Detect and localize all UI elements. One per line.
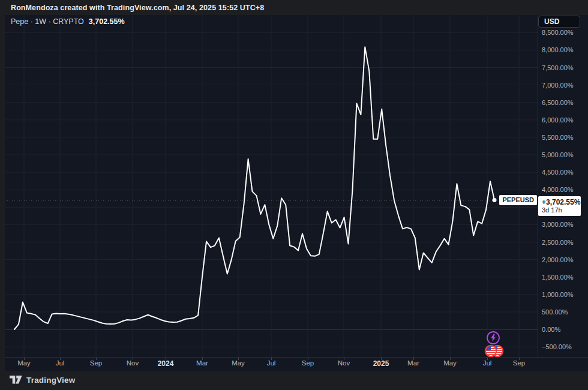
x-axis-label: May	[232, 359, 245, 367]
x-axis-label: Mar	[196, 359, 208, 367]
y-axis-label: 3,000.00%	[542, 221, 574, 228]
tradingview-logo-icon	[10, 375, 22, 385]
y-axis-label: 7,500.00%	[542, 64, 574, 71]
y-axis-label: 0.00%	[542, 326, 560, 333]
tradingview-logo-text: TradingView	[26, 376, 75, 385]
last-price-change: +3,702.55%	[542, 198, 581, 206]
y-axis-label: 1,000.00%	[542, 291, 574, 298]
y-axis-label: 7,000.00%	[542, 82, 574, 89]
y-axis-label: 4,000.00%	[542, 186, 574, 193]
last-price-axis-label: +3,702.55% 3d 17h	[538, 196, 581, 216]
x-axis-label: May	[17, 359, 31, 367]
bar-countdown: 3d 17h	[542, 206, 581, 214]
x-axis-label: Jul	[56, 359, 65, 367]
symbol-legend-title: Pepe · 1W · CRYPTO	[11, 17, 84, 26]
y-axis-label: 1,500.00%	[542, 274, 574, 281]
x-axis-label: Nov	[127, 359, 139, 367]
last-price-dot	[493, 198, 497, 202]
x-axis-label: May	[443, 359, 457, 367]
time-axis[interactable]: MayJulSepNov2024MarMayJulSepNov2025MarMa…	[5, 358, 588, 371]
price-line[interactable]	[14, 47, 494, 329]
x-axis-label: Sep	[513, 359, 525, 367]
y-axis-label: 2,000.00%	[542, 256, 574, 263]
y-axis-label: 2,500.00%	[542, 239, 574, 246]
price-line-symbol-label: PEPEUSD	[499, 195, 537, 205]
lightning-event-icon[interactable]	[487, 332, 499, 344]
x-axis-label: Sep	[302, 359, 314, 367]
y-axis-label: 6,000.00%	[542, 116, 574, 124]
y-axis-label: 5,000.00%	[542, 151, 574, 158]
x-axis-label: 2025	[373, 359, 389, 368]
tradingview-watermark[interactable]: TradingView	[10, 373, 75, 387]
x-axis-label: Mar	[407, 359, 419, 367]
currency-toggle-button[interactable]: USD	[538, 16, 580, 28]
symbol-legend[interactable]: Pepe · 1W · CRYPTO 3,702.55%	[11, 17, 125, 26]
us-flag-event-icon[interactable]	[485, 346, 503, 357]
x-axis-label: Nov	[338, 359, 350, 367]
x-axis-label: Sep	[90, 359, 102, 367]
currency-toggle-label: USD	[544, 17, 559, 26]
y-axis-label: 8,000.00%	[542, 46, 574, 53]
y-axis-label: 500.00%	[542, 308, 568, 316]
symbol-legend-change-value: 3,702.55%	[89, 17, 125, 26]
x-axis-label: Jul	[267, 359, 276, 367]
y-axis-label: 8,500.00%	[542, 29, 574, 36]
x-axis-label: Jul	[483, 359, 492, 367]
y-axis-label: 6,500.00%	[542, 99, 574, 106]
price-axis[interactable]: 8,500.00%8,000.00%7,500.00%7,000.00%6,50…	[538, 15, 588, 357]
x-axis-label: 2024	[158, 359, 174, 368]
y-axis-label: 5,500.00%	[542, 134, 574, 141]
y-axis-label: −500.00%	[542, 343, 572, 350]
y-axis-label: 4,500.00%	[542, 169, 574, 176]
